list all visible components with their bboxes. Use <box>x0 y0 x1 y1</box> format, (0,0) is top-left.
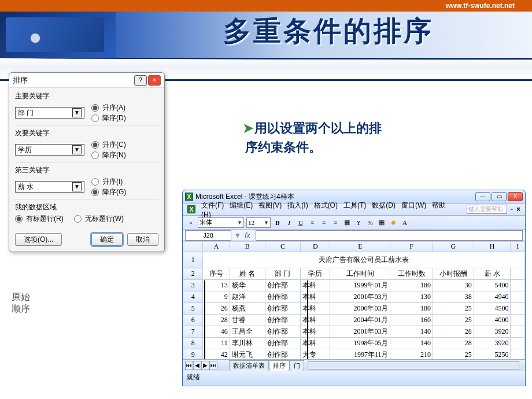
fill-color-icon[interactable]: ◆ <box>389 217 398 228</box>
cell[interactable]: 本科 <box>301 303 330 315</box>
cell[interactable]: 1999年01月 <box>330 280 390 291</box>
cell[interactable]: 2004年01月 <box>330 315 390 326</box>
cell[interactable]: 创作部 <box>265 303 300 315</box>
cell[interactable]: 本科 <box>301 291 330 303</box>
cell[interactable]: 创作部 <box>265 291 300 303</box>
cell[interactable]: 26 <box>203 303 230 315</box>
row-header[interactable]: 5 <box>183 303 203 315</box>
menu-item[interactable]: 格式(O) <box>314 201 338 209</box>
cell[interactable]: 11 <box>203 338 230 349</box>
merge-icon[interactable]: ▦ <box>342 217 352 228</box>
cell[interactable]: 5400 <box>474 280 511 291</box>
column-header[interactable]: D <box>301 242 330 252</box>
primary-key-select[interactable]: 部 门 ▼ <box>15 107 84 119</box>
cell[interactable]: 甘睿 <box>230 315 265 326</box>
maximize-button[interactable]: ▭ <box>492 192 507 201</box>
row-header[interactable]: 2 <box>183 268 203 280</box>
borders-icon[interactable]: ▦ <box>377 217 386 228</box>
row-header[interactable]: 6 <box>183 315 203 326</box>
secondary-key-select[interactable]: 学历 ▼ <box>15 144 84 156</box>
options-button[interactable]: 选项(O)... <box>15 233 62 246</box>
primary-asc-radio[interactable]: 升序(A) <box>91 102 126 113</box>
cell[interactable]: 赵洋 <box>230 291 265 303</box>
column-header[interactable]: A <box>203 242 230 252</box>
cell[interactable]: 本科 <box>301 338 330 349</box>
cell[interactable]: 本科 <box>301 315 330 326</box>
menu-item[interactable]: 文件(F) <box>201 201 224 209</box>
cell[interactable]: 3920 <box>474 326 511 338</box>
cell[interactable]: 4000 <box>474 315 511 326</box>
column-header[interactable]: B <box>230 242 265 252</box>
cell[interactable]: 180 <box>390 280 433 291</box>
cell[interactable]: 杨华 <box>230 280 265 291</box>
cell[interactable]: 140 <box>390 326 433 338</box>
cell[interactable]: 创作部 <box>265 280 300 291</box>
new-icon[interactable]: ▫ <box>186 217 195 228</box>
cell[interactable] <box>511 338 525 349</box>
align-right-icon[interactable]: ≡ <box>331 217 340 228</box>
cell[interactable]: 160 <box>390 315 433 326</box>
cell[interactable] <box>511 280 525 291</box>
sheet-tab[interactable]: 数据清单表 <box>229 360 269 371</box>
italic-icon[interactable]: I <box>285 217 294 228</box>
cell[interactable] <box>511 291 525 303</box>
font-name-select[interactable]: 宋体▼ <box>198 217 244 228</box>
column-header[interactable]: F <box>390 242 433 252</box>
cell[interactable]: 李川林 <box>230 338 265 349</box>
cell[interactable]: 28 <box>433 338 474 349</box>
menu-item[interactable]: 插入(I) <box>287 201 308 209</box>
formula-input[interactable] <box>256 230 523 241</box>
menu-item[interactable]: 窗口(W) <box>401 201 426 209</box>
primary-desc-radio[interactable]: 降序(D) <box>91 113 126 123</box>
cell[interactable]: 本科 <box>301 326 330 338</box>
column-header[interactable]: G <box>433 242 474 252</box>
cell[interactable]: 130 <box>390 291 433 303</box>
menu-close-button[interactable]: × <box>516 205 520 213</box>
percent-icon[interactable]: % <box>365 217 375 228</box>
menu-item[interactable]: 工具(T) <box>343 201 366 209</box>
row-header[interactable]: 8 <box>183 338 203 349</box>
secondary-asc-radio[interactable]: 升序(C) <box>91 139 126 150</box>
cell[interactable]: 4940 <box>474 291 511 303</box>
cell[interactable] <box>511 303 525 315</box>
align-left-icon[interactable]: ≡ <box>308 217 317 228</box>
cell[interactable]: 25 <box>433 303 474 315</box>
row-header[interactable]: 1 <box>183 252 203 268</box>
cell[interactable]: 4500 <box>474 303 511 315</box>
select-all-corner[interactable] <box>183 242 203 252</box>
cell[interactable]: 王昌全 <box>230 326 265 338</box>
help-search-box[interactable]: 键入需要帮助 <box>467 205 507 214</box>
column-header[interactable]: C <box>265 242 300 252</box>
cell[interactable]: 30 <box>433 280 474 291</box>
font-size-select[interactable]: 12▼ <box>246 217 271 228</box>
sheet-tab[interactable]: 排序 <box>269 360 290 371</box>
third-desc-radio[interactable]: 降序(G) <box>91 187 126 197</box>
cell[interactable]: 25 <box>433 315 474 326</box>
underline-icon[interactable]: U <box>296 217 305 228</box>
row-header[interactable]: 7 <box>183 326 203 338</box>
font-color-icon[interactable]: A <box>400 217 409 228</box>
cell[interactable]: 1998年05月 <box>330 338 390 349</box>
minimize-button[interactable]: — <box>475 192 490 201</box>
cell[interactable]: 创作部 <box>265 338 300 349</box>
cell[interactable]: 创作部 <box>265 315 300 326</box>
cell[interactable]: 38 <box>433 291 474 303</box>
cell[interactable]: 2001年03月 <box>330 291 390 303</box>
tab-nav-buttons[interactable]: ⏮◀▶⏭ <box>185 361 217 370</box>
has-header-radio[interactable]: 有标题行(R) <box>15 213 64 224</box>
spreadsheet-grid[interactable]: ABCDEFGHI 1天府广告有限公司员工薪水表 2序号姓 名部 门学历工作时间… <box>183 241 525 370</box>
window-close-button[interactable]: X <box>508 192 523 201</box>
cell[interactable]: 13 <box>203 280 230 291</box>
cell[interactable] <box>511 326 525 338</box>
menu-item[interactable]: 视图(V) <box>258 201 282 209</box>
dialog-close-button[interactable]: × <box>148 75 161 86</box>
menu-item[interactable]: 编辑(E) <box>230 201 253 209</box>
dialog-help-button[interactable]: ? <box>134 75 147 86</box>
cell[interactable]: 本科 <box>301 280 330 291</box>
align-center-icon[interactable]: ≡ <box>319 217 328 228</box>
third-key-select[interactable]: 薪 水 ▼ <box>15 181 84 193</box>
third-asc-radio[interactable]: 升序(I) <box>91 176 126 187</box>
cell[interactable]: 2001年03月 <box>330 326 390 338</box>
cell[interactable]: 创作部 <box>265 326 300 338</box>
cell[interactable]: 28 <box>203 315 230 326</box>
